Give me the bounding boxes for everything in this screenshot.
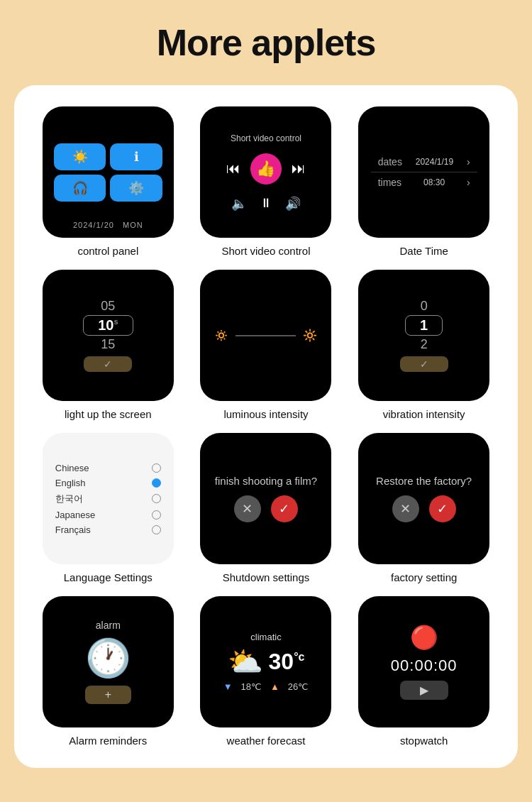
applet-short-video[interactable]: Short video control ⏮ 👍 ⏭ 🔈 ⏸ 🔊 Short vi…: [194, 106, 339, 257]
lang-row-1: English: [55, 478, 161, 488]
weather-high: 26℃: [288, 681, 309, 692]
cp-info-btn: ℹ: [110, 143, 162, 170]
sw-play-btn: ▶: [400, 681, 448, 700]
factory-cancel-btn: ✕: [392, 495, 419, 522]
applet-stopwatch[interactable]: 🔴 00:00:00 ▶ stopwatch: [351, 596, 497, 747]
dt-times-row: times 08:30 ›: [371, 172, 477, 192]
sw-icon: 🔴: [410, 624, 438, 651]
weather-high-arrow: ▲: [270, 681, 279, 692]
svc-pause: ⏸: [260, 196, 272, 211]
applets-grid: ☀️ ℹ 🎧 ⚙️ 2024/1/20 MON control panel Sh…: [35, 106, 497, 747]
lang-inner: Chinese English 한국어 Japanese: [43, 453, 174, 545]
weather-icon-row: ⛅ 30°c: [228, 645, 305, 679]
svc-controls: ⏮ 👍 ⏭: [226, 153, 306, 185]
control-panel-icon: ☀️ ℹ 🎧 ⚙️ 2024/1/20 MON: [43, 106, 174, 238]
luminous-icon: 🔅 🔆: [200, 270, 331, 401]
applet-factory[interactable]: Restore the factory? ✕ ✓ factory setting: [351, 433, 497, 583]
light-screen-icon: 05 10s 15 ✓: [43, 270, 174, 401]
language-icon: Chinese English 한국어 Japanese: [43, 433, 174, 564]
weather-icon: climatic ⛅ 30°c ▼ 18℃ ▲ 26℃: [200, 596, 331, 727]
vibration-label: vibration intensity: [383, 408, 465, 420]
weather-label: weather forecast: [227, 735, 306, 747]
li-sun-small: 🔅: [214, 329, 228, 342]
weather-low-arrow: ▼: [223, 681, 233, 692]
lang-row-3: Japanese: [55, 510, 161, 520]
li-line: [235, 335, 296, 336]
applet-control-panel[interactable]: ☀️ ℹ 🎧 ⚙️ 2024/1/20 MON control panel: [35, 106, 181, 257]
date-time-icon: dates 2024/1/19 › times 08:30 ›: [358, 106, 489, 238]
dt-dates-arrow: ›: [467, 156, 470, 167]
shutdown-label: Shutdown settings: [223, 571, 310, 583]
cp-date: 2024/1/20 MON: [73, 221, 143, 229]
sw-time: 00:00:00: [391, 657, 458, 675]
factory-inner: Restore the factory? ✕ ✓: [369, 468, 479, 529]
vi-num3: 2: [421, 337, 428, 352]
lang-radio-4: [152, 525, 161, 534]
applet-date-time[interactable]: dates 2024/1/19 › times 08:30 › Date Tim…: [351, 106, 497, 257]
factory-icon: Restore the factory? ✕ ✓: [358, 433, 489, 564]
factory-text: Restore the factory?: [376, 475, 472, 487]
svc-vol-down: 🔈: [231, 196, 247, 212]
dt-dates-label: dates: [378, 156, 402, 167]
svc-like: 👍: [250, 153, 282, 185]
vi-num1: 0: [421, 299, 428, 314]
applet-light-screen[interactable]: 05 10s 15 ✓ light up the screen: [35, 270, 181, 420]
dt-dates-value: 2024/1/19: [416, 157, 453, 167]
dt-times-label: times: [378, 177, 401, 188]
applet-alarm[interactable]: alarm 🕐 + Alarm reminders: [35, 596, 181, 747]
li-sun-large: 🔆: [303, 329, 317, 342]
vi-check: ✓: [400, 356, 448, 372]
control-panel-label: control panel: [77, 245, 138, 257]
applet-luminous[interactable]: 🔅 🔆 luminous intensity: [194, 270, 339, 420]
cp-gear-btn: ⚙️: [110, 175, 162, 202]
alarm-add-btn: +: [85, 686, 131, 704]
stopwatch-label: stopwatch: [400, 735, 448, 747]
lang-radio-0: [152, 463, 161, 473]
weather-title: climatic: [250, 632, 281, 642]
weather-low: 18℃: [241, 681, 262, 692]
dt-times-value: 08:30: [423, 177, 445, 187]
factory-btns: ✕ ✓: [392, 495, 456, 522]
shutdown-text: finish shooting a film?: [215, 475, 317, 487]
weather-temp: 30°c: [269, 649, 305, 675]
alarm-label: Alarm reminders: [69, 735, 147, 747]
lang-radio-1: [152, 478, 161, 488]
li-inner: 🔅 🔆: [200, 329, 331, 342]
date-time-label: Date Time: [399, 245, 448, 257]
applet-language[interactable]: Chinese English 한국어 Japanese: [35, 433, 181, 583]
vibration-icon: 0 1 2 ✓: [358, 270, 489, 401]
dt-dates-row: dates 2024/1/19 ›: [371, 152, 477, 172]
light-screen-label: light up the screen: [65, 408, 152, 420]
svc-prev: ⏮: [226, 160, 240, 177]
lang-row-0: Chinese: [55, 463, 161, 473]
factory-confirm-btn: ✓: [429, 495, 456, 522]
alarm-clock-icon: 🕐: [85, 637, 131, 680]
cp-headphone-btn: 🎧: [54, 175, 106, 202]
applet-weather[interactable]: climatic ⛅ 30°c ▼ 18℃ ▲ 26℃ weather fore…: [194, 596, 339, 747]
lang-radio-2: [152, 494, 161, 503]
applet-vibration[interactable]: 0 1 2 ✓ vibration intensity: [351, 270, 497, 420]
weather-cloud-icon: ⛅: [228, 645, 263, 679]
svc-bottom: 🔈 ⏸ 🔊: [231, 196, 301, 212]
factory-label: factory setting: [391, 571, 457, 583]
lus-num1: 05: [101, 299, 115, 314]
lus-check: ✓: [84, 356, 132, 372]
svc-vol-up: 🔊: [285, 196, 301, 212]
short-video-label: Short video control: [221, 245, 310, 257]
applet-shutdown[interactable]: finish shooting a film? ✕ ✓ Shutdown set…: [194, 433, 339, 583]
lus-num3: 15: [101, 337, 115, 352]
page-title: More applets: [157, 21, 376, 64]
shutdown-inner: finish shooting a film? ✕ ✓: [208, 468, 324, 529]
lus-inner: 05 10s 15 ✓: [73, 289, 143, 382]
lang-row-2: 한국어: [55, 493, 161, 505]
weather-inner: climatic ⛅ 30°c ▼ 18℃ ▲ 26℃: [214, 625, 319, 699]
lang-row-4: Français: [55, 524, 161, 535]
vi-selected: 1: [405, 315, 443, 336]
vi-inner: 0 1 2 ✓: [390, 289, 458, 382]
sw-inner: 🔴 00:00:00 ▶: [384, 617, 465, 707]
weather-range: ▼ 18℃ ▲ 26℃: [223, 681, 309, 692]
shutdown-btns: ✕ ✓: [234, 495, 298, 522]
applets-container: ☀️ ℹ 🎧 ⚙️ 2024/1/20 MON control panel Sh…: [14, 85, 518, 768]
svc-header: Short video control: [231, 133, 301, 143]
shutdown-confirm-btn: ✓: [271, 495, 298, 522]
